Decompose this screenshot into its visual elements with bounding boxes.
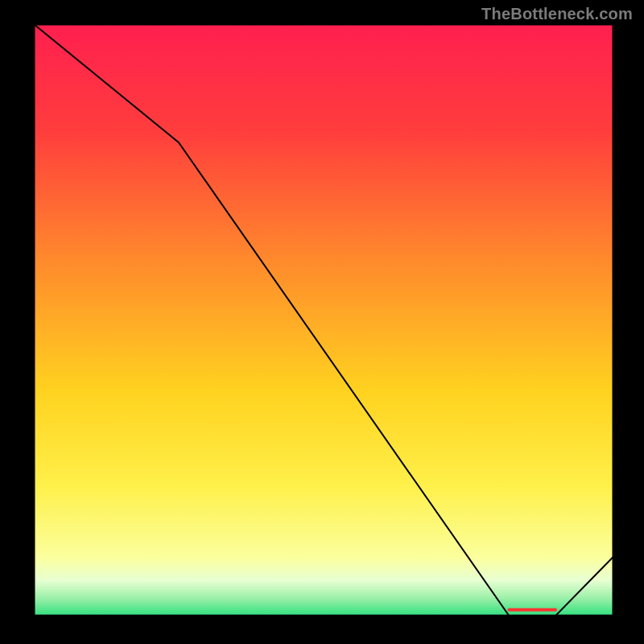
watermark-text: TheBottleneck.com [481, 5, 633, 23]
chart-svg [0, 0, 644, 644]
plot-area [34, 24, 613, 616]
chart-frame: TheBottleneck.com [0, 0, 644, 644]
